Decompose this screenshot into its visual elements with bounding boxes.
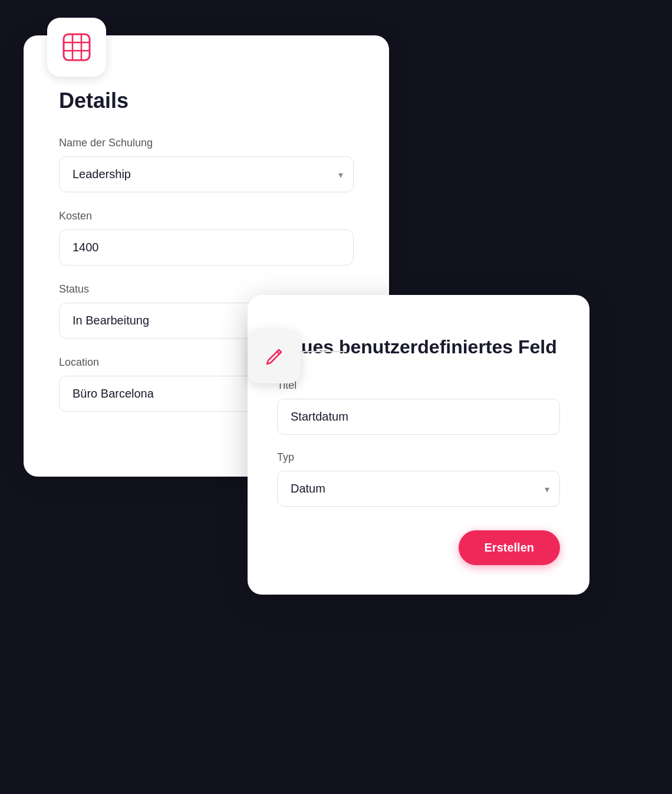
modal-footer: Erstellen: [277, 530, 560, 565]
modal-input-titel[interactable]: [277, 399, 560, 435]
modal-field-group-titel: Titel: [277, 379, 560, 435]
select-name-der-schulung[interactable]: [59, 156, 354, 192]
select-wrapper-schulung[interactable]: ▾: [59, 156, 354, 192]
label-kosten: Kosten: [59, 210, 354, 222]
label-name-der-schulung: Name der Schulung: [59, 137, 354, 149]
erstellen-button[interactable]: Erstellen: [459, 530, 560, 565]
field-group-kosten: Kosten: [59, 210, 354, 265]
modal-title: Neues benutzerdefiniertes Feld: [277, 336, 560, 358]
details-title: Details: [59, 88, 354, 113]
field-group-name-der-schulung: Name der Schulung ▾: [59, 137, 354, 192]
edit-button[interactable]: [248, 330, 301, 383]
modal-label-typ: Typ: [277, 451, 560, 464]
modal-select-wrapper-typ[interactable]: ▾: [277, 471, 560, 507]
modal-field-group-typ: Typ ▾: [277, 451, 560, 507]
connector-line: [299, 351, 347, 352]
app-icon: [47, 18, 106, 77]
svg-rect-0: [64, 34, 90, 60]
label-status: Status: [59, 283, 354, 296]
modal-select-typ[interactable]: [277, 471, 560, 507]
modal-label-titel: Titel: [277, 379, 560, 392]
input-kosten[interactable]: [59, 229, 354, 265]
